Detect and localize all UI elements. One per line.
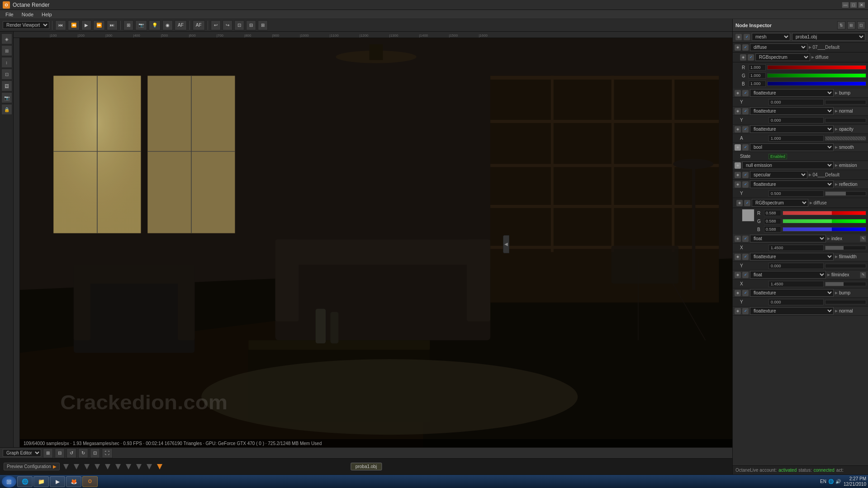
ni-reflection-check[interactable]: ✓ [742,181,749,188]
ni-filmindex-type[interactable]: float [750,271,826,279]
taskbar-explorer[interactable]: 📁 [33,476,49,487]
ni-diffuse-type[interactable]: diffuse [750,43,807,51]
vp-btn-extra3[interactable]: ⊡ [234,20,244,30]
ni-bump2-y-input[interactable] [768,299,824,305]
ni-smooth-check[interactable]: ✓ [742,144,749,151]
vp-btn-light[interactable]: 💡 [149,20,161,30]
viewport-mode-select[interactable]: Render Viewport [3,21,49,29]
ni-reflection-y-input[interactable] [768,190,824,197]
ni-filmindex-check[interactable]: ✓ [742,272,749,278]
ni-bump-y-input[interactable] [768,99,824,105]
ni-r-input[interactable] [749,64,766,71]
ni-filmwidth-check[interactable]: ✓ [742,254,749,260]
ni-g2-slider[interactable] [783,219,866,223]
ni-diffuse-check[interactable]: ✓ [742,44,749,51]
taskbar-mediaplayer[interactable]: ▶ [50,476,65,487]
ni-normal-slider[interactable] [825,118,866,123]
sidebar-icon-3[interactable]: ↕ [1,57,12,68]
maximize-button[interactable]: □ [850,2,857,8]
vp-btn-camera[interactable]: 📷 [135,20,147,30]
taskbar-firefox[interactable]: 🦊 [66,476,81,487]
ni-emission-type[interactable]: null emission [742,161,834,169]
ni-b-slider[interactable] [767,81,866,86]
vp-btn-render[interactable]: ◉ [162,20,173,30]
ni-opacity-slider[interactable] [825,136,866,141]
taskbar-octane[interactable]: O [82,476,98,487]
vp-btn-start[interactable]: ⏮ [55,20,66,30]
sidebar-icon-7[interactable]: 🔒 [1,104,12,115]
vp-btn-next[interactable]: ⏩ [93,20,105,30]
ni-rgb-check[interactable]: ✓ [748,54,754,61]
vp-btn-grid[interactable]: ⊞ [123,20,133,30]
ni-normal-check[interactable]: ✓ [742,108,749,114]
ni-header-btn-1[interactable]: ⇅ [837,21,845,29]
vp-btn-extra2[interactable]: ↪ [223,20,232,30]
ni-opacity-a-input[interactable] [768,135,824,142]
ni-filmwidth-y-input[interactable] [768,263,824,269]
ni-filmwidth-type[interactable]: floattexture [750,253,834,261]
sidebar-icon-5[interactable]: 🖼 [1,81,12,91]
ni-r2-input[interactable] [764,210,781,216]
ni-normal2-type[interactable]: floattexture [750,307,834,315]
ni-b-input[interactable] [749,81,766,87]
ge-btn-3[interactable]: ↺ [66,448,76,458]
ni-smooth-type[interactable]: bool [750,143,834,151]
ni-mesh-type-select[interactable]: mesh [752,33,790,41]
ni-g2-input[interactable] [764,218,781,224]
ni-opacity-type[interactable]: floattexture [750,125,834,133]
ni-g-input[interactable] [749,72,766,79]
ni-bump2-check[interactable]: ✓ [742,290,749,296]
graph-node-box[interactable]: proba1.obj [351,463,382,470]
ni-specular-check[interactable]: ✓ [742,172,749,178]
ni-rgb2-check[interactable]: ✓ [744,200,750,206]
vp-btn-af[interactable]: AF [175,20,187,30]
sidebar-icon-4[interactable]: ⊡ [1,69,12,80]
ni-reflection-type[interactable]: floattexture [750,180,834,188]
ni-normal2-check[interactable]: ✓ [742,308,749,314]
ni-index-x-input[interactable] [768,245,824,251]
ni-rgb2-type[interactable]: RGBspectrum [752,199,808,207]
vp-btn-af2[interactable]: AF [193,20,205,30]
sidebar-icon-1[interactable]: ◈ [1,33,12,44]
preview-config-box[interactable]: Preview Configuration ▶ [4,463,60,470]
vp-btn-extra5[interactable]: ⊞ [258,20,268,30]
ni-b2-input[interactable] [764,226,781,232]
graph-editor-select[interactable]: Graph Editor [3,449,41,457]
ni-normal-type[interactable]: floattexture [750,107,834,115]
close-button[interactable]: ✕ [858,2,865,8]
sidebar-icon-6[interactable]: 📷 [1,92,12,103]
ni-index-slider[interactable] [825,246,866,250]
vp-btn-play[interactable]: ▶ [81,20,91,30]
ni-filmwidth-slider[interactable] [825,264,866,268]
ni-index-edit[interactable]: ✎ [860,236,866,242]
vp-btn-extra4[interactable]: ⊟ [246,20,256,30]
ni-opacity-check[interactable]: ✓ [742,126,749,133]
vp-btn-extra1[interactable]: ↩ [211,20,221,30]
ni-header-btn-2[interactable]: ⊞ [847,21,855,29]
ni-b2-slider[interactable] [783,227,866,232]
ni-r2-slider[interactable] [783,211,866,215]
menu-help[interactable]: Help [38,11,56,18]
menu-node[interactable]: Node [18,11,37,18]
ni-r-slider[interactable] [767,65,866,70]
ni-specular-type[interactable]: specular [750,171,807,179]
ni-index-type[interactable]: float [750,235,826,242]
vp-btn-end[interactable]: ⏭ [107,20,118,30]
start-button[interactable]: ⊞ [2,476,16,488]
vp-btn-prev[interactable]: ⏪ [68,20,80,30]
ni-mesh-value-select[interactable]: proba1.obj [792,33,865,41]
ni-header-btn-3[interactable]: ⊡ [857,21,865,29]
ni-bump2-type[interactable]: floattexture [750,289,834,297]
ni-filmindex-x-input[interactable] [768,281,824,287]
ni-filmindex-slider[interactable] [825,282,866,286]
ni-normal-y-input[interactable] [768,117,824,123]
ge-btn-1[interactable]: ⊞ [43,448,53,458]
sidebar-icon-2[interactable]: ⊞ [1,45,12,56]
ge-btn-5[interactable]: ⊡ [90,448,100,458]
ni-reflection-slider[interactable] [825,191,866,196]
menu-file[interactable]: File [2,11,17,18]
ge-btn-4[interactable]: ↻ [78,448,88,458]
minimize-button[interactable]: — [842,2,849,8]
taskbar-ie[interactable]: 🌐 [17,476,33,487]
ni-bump2-slider[interactable] [825,300,866,304]
